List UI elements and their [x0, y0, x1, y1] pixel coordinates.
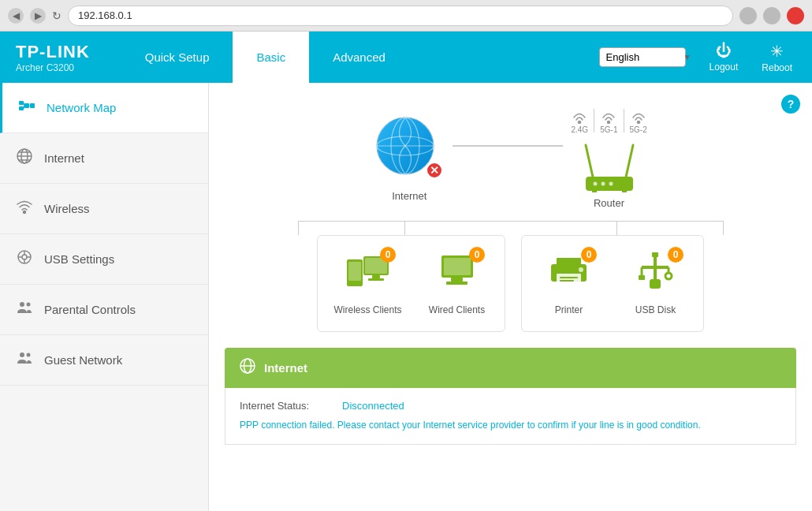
- status-header: Internet: [225, 348, 796, 388]
- guest-network-icon: [16, 349, 33, 371]
- svg-rect-40: [348, 262, 361, 281]
- sidebar: Network Map Internet: [0, 83, 209, 511]
- tab-advanced[interactable]: Advanced: [309, 32, 409, 83]
- tab-quick-setup[interactable]: Quick Setup: [121, 32, 233, 83]
- usb-disk-label: USB Disk: [635, 304, 676, 315]
- logout-label: Logout: [710, 62, 739, 73]
- internet-node[interactable]: ✕ Internet: [374, 114, 445, 202]
- sidebar-label-usb-settings: USB Settings: [44, 252, 114, 266]
- svg-point-60: [665, 273, 672, 279]
- main-layout: Network Map Internet: [0, 83, 812, 511]
- network-diagram: ✕ Internet: [225, 99, 796, 332]
- svg-point-37: [601, 182, 605, 186]
- brand-model: Archer C3200: [16, 62, 90, 73]
- tab-basic[interactable]: Basic: [233, 32, 309, 83]
- svg-point-30: [637, 121, 639, 124]
- signal-divider-2: [624, 109, 624, 132]
- svg-rect-46: [444, 258, 471, 275]
- reboot-button[interactable]: ✳ Reboot: [750, 42, 804, 73]
- svg-point-20: [27, 303, 31, 307]
- sidebar-label-network-map: Network Map: [47, 101, 116, 114]
- clients-panel: 0: [317, 235, 505, 332]
- brand-logo: TP-LINK: [16, 42, 90, 62]
- url-bar[interactable]: 192.168.0.1: [68, 6, 733, 26]
- network-map-icon: [18, 97, 35, 118]
- logout-button[interactable]: ⏻ Logout: [698, 42, 751, 73]
- wired-clients-card[interactable]: 0 Wired Clients: [426, 252, 489, 315]
- browser-icons: [739, 7, 804, 24]
- top-row: ✕ Internet: [225, 106, 796, 209]
- language-selector[interactable]: English: [587, 47, 698, 67]
- connection-line: [453, 145, 563, 147]
- svg-rect-50: [557, 258, 581, 267]
- sidebar-item-network-map[interactable]: Network Map: [0, 83, 208, 133]
- signal-5g2-label: 5G-2: [630, 125, 647, 134]
- signal-2g: 2.4G: [571, 106, 588, 134]
- svg-rect-0: [19, 101, 24, 105]
- router-node[interactable]: 2.4G: [571, 106, 646, 209]
- sidebar-label-internet: Internet: [44, 151, 84, 165]
- wired-clients-label: Wired Clients: [429, 304, 485, 315]
- svg-point-28: [579, 121, 581, 124]
- svg-rect-34: [592, 189, 597, 192]
- sidebar-item-parental-controls[interactable]: Parental Controls: [0, 285, 208, 335]
- signal-2g-label: 2.4G: [571, 125, 588, 134]
- svg-rect-44: [368, 278, 384, 281]
- svg-rect-1: [19, 106, 24, 110]
- status-title: Internet: [264, 361, 307, 375]
- internet-status-panel: Internet Internet Status: Disconnected P…: [225, 348, 796, 445]
- sidebar-item-wireless[interactable]: Wireless: [0, 184, 208, 234]
- devices-section: 0: [282, 221, 739, 332]
- svg-line-5: [24, 106, 24, 109]
- wireless-clients-card[interactable]: 0: [333, 252, 401, 315]
- sidebar-label-guest-network: Guest Network: [44, 353, 122, 367]
- svg-rect-2: [24, 103, 29, 108]
- svg-point-14: [22, 255, 27, 259]
- svg-line-32: [625, 145, 633, 181]
- printer-card[interactable]: 0 P: [538, 252, 601, 315]
- svg-rect-3: [30, 103, 35, 108]
- sidebar-item-internet[interactable]: Internet: [0, 133, 208, 184]
- svg-rect-62: [650, 279, 661, 289]
- language-select[interactable]: English: [599, 47, 686, 67]
- svg-point-12: [24, 211, 26, 214]
- usb-disk-badge: 0: [668, 247, 683, 263]
- router-label: Router: [594, 197, 624, 209]
- logout-icon: ⏻: [716, 42, 732, 60]
- svg-rect-51: [557, 274, 581, 285]
- parental-controls-icon: [16, 299, 33, 320]
- network-map-area: ?: [209, 83, 812, 348]
- status-label: Internet Status:: [240, 400, 342, 412]
- sidebar-item-guest-network[interactable]: Guest Network: [0, 335, 208, 386]
- forward-button[interactable]: ▶: [30, 8, 46, 24]
- signal-5g2: 5G-2: [630, 106, 647, 134]
- sidebar-label-parental-controls: Parental Controls: [44, 303, 136, 316]
- printer-label: Printer: [555, 304, 583, 315]
- back-button[interactable]: ◀: [8, 8, 24, 24]
- sidebar-item-usb-settings[interactable]: USB Settings: [0, 234, 208, 285]
- router-svg: [578, 137, 641, 192]
- browser-bar: ◀ ▶ ↻ 192.168.0.1: [0, 0, 812, 32]
- wired-clients-badge: 0: [469, 247, 485, 263]
- svg-line-4: [24, 103, 24, 106]
- svg-rect-48: [446, 282, 467, 285]
- svg-point-36: [593, 182, 597, 186]
- svg-point-54: [579, 267, 583, 272]
- usb-disk-card[interactable]: 0: [624, 252, 687, 315]
- refresh-button[interactable]: ↻: [52, 9, 61, 22]
- url-text: 192.168.0.1: [78, 9, 132, 21]
- svg-rect-52: [560, 277, 578, 278]
- svg-rect-35: [622, 189, 627, 192]
- svg-rect-53: [560, 280, 574, 282]
- signal-divider-1: [594, 109, 594, 132]
- svg-point-29: [608, 121, 610, 124]
- printer-icon: 0: [547, 252, 590, 298]
- signal-2g-icon: [571, 106, 588, 125]
- app-header: TP-LINK Archer C3200 Quick Setup Basic A…: [0, 32, 812, 83]
- svg-point-19: [20, 302, 24, 307]
- printer-badge: 0: [581, 247, 597, 263]
- sidebar-label-wireless: Wireless: [44, 202, 90, 215]
- router-signals: 2.4G: [571, 106, 646, 134]
- help-button[interactable]: ?: [781, 95, 800, 114]
- status-row: Internet Status: Disconnected: [240, 400, 781, 412]
